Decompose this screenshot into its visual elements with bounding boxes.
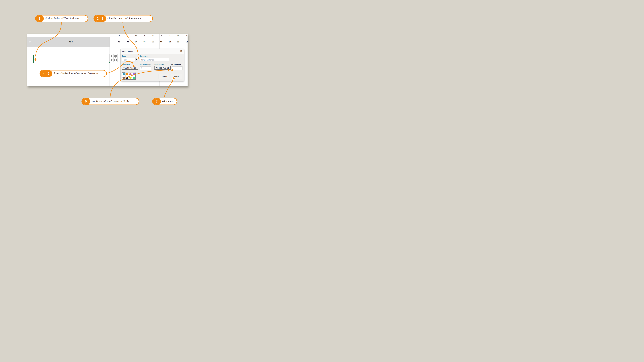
calendar-left-gridline [118,34,118,86]
calendar-day-letter: W [178,34,179,36]
task-column-title: Task [27,40,110,43]
step-text: ระบุ % ความก้าวหน้าของงาน (ถ้ามี) [91,98,129,104]
summary-value: Target audience [140,58,169,61]
combobox-dropdown-button[interactable] [135,58,138,61]
type-label: Type [122,55,126,57]
color-swatch-button[interactable] [129,72,132,76]
finish-date-value: Wed 11-Aug-21 [156,67,169,69]
color-swatch-icon [129,77,132,79]
item-details-dialog: Item Details ✕ Type Summary Task Target … [120,49,184,81]
color-palette [122,72,136,79]
calendar-date: 04 [135,41,137,43]
color-swatch-button[interactable] [122,76,126,80]
step-number: 2 - 3 [94,15,106,22]
calendar-day-letter: W [135,34,137,36]
chevron-down-icon [136,59,137,60]
calendar-date: 10 [169,41,171,43]
calendar-day-letter: T [169,34,170,36]
color-swatch-button[interactable] [126,72,129,76]
triangle-down-icon [110,59,112,61]
callout-step-6: 6 ระบุ % ความก้าวหน้าของงาน (ถ้ามี) [82,98,139,105]
triangle-up-icon [110,55,112,57]
callout-step-7: 7 คลิ้ก Save [152,98,177,105]
fill-handle[interactable] [109,62,110,63]
calendar-day-letter: F [152,34,154,36]
color-swatch-icon [133,73,135,75]
calendar-date: 11 [177,41,179,43]
step-text: ดับเบิ้ลคลิ้กที่เซลล์ใต้คอลัมน์ Task [45,15,80,22]
start-date-button[interactable]: Thu 05-Aug-21 [122,66,138,70]
task-column-header: Task [27,37,110,47]
percent-complete-label: %Complete [171,63,181,65]
header-divider [27,47,188,47]
selected-cell[interactable] [33,55,110,63]
color-swatch-icon [133,77,135,79]
step-text: เลือกเป็น Task และใส่ Summary [108,15,141,22]
close-button[interactable]: ✕ [180,50,182,52]
percent-complete-input[interactable] [172,66,182,70]
callout-step-4-5: 4 - 5 กำหนดวันเริ่ม จำนวนวันทำงาน / วันจ… [40,70,107,77]
step-number: 4 - 5 [40,70,52,77]
remove-row-button[interactable] [114,54,118,58]
networkdays-input[interactable]: 5 [140,66,151,70]
calendar-date: 05 [144,41,146,43]
color-swatch-icon [126,77,128,79]
color-swatch-icon [126,73,128,75]
finish-date-label: Finish Date [154,63,164,65]
calendar-day-letter: T [144,34,145,36]
color-swatch-button[interactable] [126,76,129,80]
color-swatch-icon [123,73,125,75]
calendar-date: 03 [127,41,129,43]
type-combobox[interactable]: Task [122,58,138,62]
callout-step-2-3: 2 - 3 เลือกเป็น Task และใส่ Summary [94,15,153,22]
calendar-date: 06 [152,41,154,43]
color-swatch-button[interactable] [122,72,126,76]
dialog-title: Item Details [122,50,133,52]
calendar-date: 02 [118,41,120,43]
text-cursor [174,67,174,69]
step-number: 1 [36,15,44,22]
start-date-value: Thu 05-Aug-21 [124,67,136,69]
close-icon: ✕ [180,50,182,52]
move-up-button[interactable] [110,54,114,58]
start-date-label: Start Date [122,63,130,65]
row-controls [110,54,118,62]
color-swatch-icon [129,73,132,75]
callout-step-1: 1 ดับเบิ้ลคลิ้กที่เซลล์ใต้คอลัมน์ Task [35,15,88,22]
add-row-button[interactable] [114,58,118,62]
color-swatch-button[interactable] [132,72,136,76]
calendar-day-letter: T [186,34,187,36]
networkdays-label: NetWorkdays [140,63,151,65]
calendar-day-letter: T [127,34,128,36]
dialog-titlebar: Item Details ✕ [120,49,184,54]
summary-input[interactable]: Target audience [140,58,169,62]
step-number: 6 [82,98,90,104]
step-text: คลิ้ก Save [162,98,174,104]
summary-label: Summary [140,55,148,57]
minus-circle-icon [114,55,117,57]
networkdays-value: 5 [140,66,151,69]
step-number: 7 [153,98,160,104]
cancel-button[interactable]: Cancel [158,74,169,79]
calendar-day-letter: M [118,34,120,36]
color-swatch-button[interactable] [129,76,132,80]
color-swatch-button[interactable] [132,76,136,80]
tutorial-canvas: Task MTWTFMTWT020304050609101112 [0,0,210,118]
plus-circle-icon [114,59,117,61]
save-button[interactable]: Save [170,74,182,79]
calendar-day-letter: M [161,34,162,36]
calendar-date: 12 [186,41,188,43]
calendar-date: 09 [160,41,162,43]
step-text: กำหนดวันเริ่ม จำนวนวันทำงาน / วันจบงาน [54,70,98,77]
finish-date-button[interactable]: Wed 11-Aug-21 [154,66,170,70]
move-down-button[interactable] [110,58,114,62]
color-swatch-icon [122,77,125,79]
